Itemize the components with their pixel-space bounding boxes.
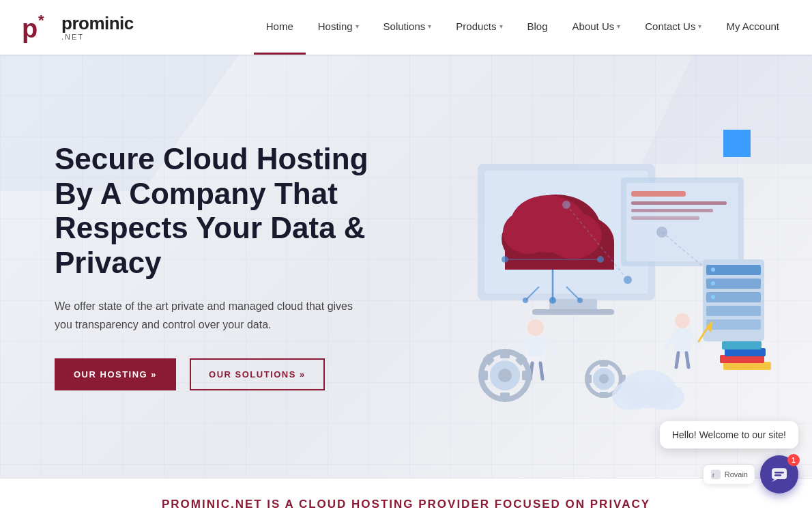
svg-rect-57 [500, 350, 510, 358]
svg-point-56 [498, 369, 512, 382]
rovain-icon: r [710, 469, 721, 480]
nav-item-blog[interactable]: Blog [515, 0, 560, 55]
chat-widget: Hello! Welcome to our site! r Rovain 1 [660, 421, 798, 494]
svg-rect-60 [522, 371, 530, 380]
cloud-illustration [437, 123, 792, 410]
hero-title: Secure Cloud Hosting By A Company That R… [55, 142, 409, 280]
nav-item-solutions[interactable]: Solutions ▾ [371, 0, 444, 55]
svg-rect-11 [631, 216, 699, 220]
svg-rect-53 [722, 341, 762, 349]
svg-text:r: r [712, 472, 714, 479]
hero-section: Secure Cloud Hosting By A Company That R… [0, 55, 812, 478]
chevron-down-icon: ▾ [698, 23, 701, 30]
svg-point-28 [527, 319, 544, 336]
svg-rect-59 [480, 371, 488, 380]
logo[interactable]: p * prominic .NET [20, 10, 143, 44]
svg-rect-82 [772, 468, 787, 479]
chat-button-row: r Rovain 1 [704, 455, 798, 494]
svg-rect-45 [706, 306, 761, 316]
svg-rect-84 [774, 472, 784, 474]
svg-marker-83 [772, 479, 777, 482]
svg-point-23 [523, 298, 528, 303]
svg-point-24 [577, 298, 583, 303]
brand-name: prominic [61, 14, 134, 32]
svg-rect-10 [631, 209, 713, 212]
svg-line-38 [691, 334, 699, 345]
hero-illustration [437, 123, 792, 410]
nav-item-my-account[interactable]: My Account [714, 0, 792, 55]
chat-badge: 1 [787, 454, 800, 466]
svg-text:p: p [22, 14, 38, 43]
svg-rect-30 [527, 336, 544, 356]
nav-item-hosting[interactable]: Hosting ▾ [306, 0, 371, 55]
svg-rect-9 [631, 201, 727, 205]
svg-line-39 [676, 353, 678, 367]
svg-rect-46 [706, 319, 761, 330]
svg-rect-36 [674, 328, 691, 353]
svg-rect-85 [774, 474, 781, 476]
hero-content: Secure Cloud Hosting By A Company That R… [0, 82, 812, 451]
rovain-logo: r Rovain [704, 465, 755, 484]
accent-square [723, 130, 751, 157]
svg-point-71 [612, 381, 650, 410]
svg-rect-58 [500, 392, 510, 401]
chat-open-button[interactable]: 1 [760, 455, 798, 494]
hero-subtitle: We offer state of the art private and ma… [55, 297, 355, 334]
svg-rect-66 [600, 360, 608, 367]
svg-line-37 [666, 334, 674, 348]
svg-line-34 [540, 363, 542, 379]
hero-left: Secure Cloud Hosting By A Company That R… [55, 142, 409, 390]
svg-point-22 [549, 297, 556, 304]
chevron-down-icon: ▾ [499, 23, 503, 30]
svg-line-40 [686, 353, 688, 367]
svg-point-18 [545, 212, 602, 259]
svg-point-49 [711, 295, 715, 299]
svg-point-48 [711, 281, 715, 285]
our-solutions-button[interactable]: OUR SOLUTIONS » [190, 358, 325, 390]
svg-rect-68 [585, 375, 592, 383]
main-nav: Home Hosting ▾ Solutions ▾ Products ▾ Bl… [143, 0, 792, 55]
site-header: p * prominic .NET Home Hosting ▾ Solutio… [0, 0, 812, 55]
hero-buttons: OUR HOSTING » OUR SOLUTIONS » [55, 358, 409, 390]
svg-text:*: * [38, 12, 44, 29]
brand-net: .NET [61, 33, 134, 41]
chevron-down-icon: ▾ [356, 23, 359, 30]
nav-item-products[interactable]: Products ▾ [444, 0, 514, 55]
our-hosting-button[interactable]: OUR HOSTING » [55, 358, 176, 390]
chevron-down-icon: ▾ [617, 23, 620, 30]
svg-point-47 [711, 268, 715, 272]
nav-item-home[interactable]: Home [254, 0, 306, 55]
nav-item-about[interactable]: About Us ▾ [560, 0, 633, 55]
chevron-down-icon: ▾ [428, 23, 431, 30]
svg-line-32 [545, 341, 554, 352]
chat-icon [770, 466, 788, 483]
svg-point-35 [675, 313, 690, 328]
chat-bubble: Hello! Welcome to our site! [660, 421, 798, 448]
svg-point-65 [599, 374, 609, 384]
svg-rect-8 [631, 191, 686, 197]
svg-rect-67 [600, 392, 608, 398]
hero-right [437, 123, 792, 410]
svg-rect-5 [532, 309, 614, 315]
logo-icon: p * [20, 10, 55, 44]
bottom-bar-text: PROMINIC.NET IS A CLOUD HOSTING PROVIDER… [55, 498, 757, 511]
nav-item-contact[interactable]: Contact Us ▾ [633, 0, 714, 55]
